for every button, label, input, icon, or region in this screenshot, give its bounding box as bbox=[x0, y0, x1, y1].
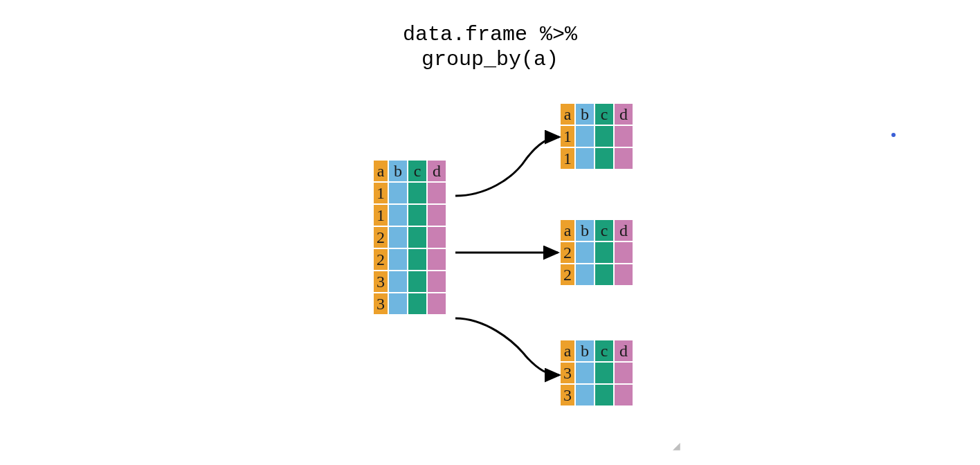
col-header-b: b bbox=[576, 104, 594, 125]
cell-d bbox=[615, 264, 633, 285]
table-row: 2 bbox=[561, 264, 633, 285]
cell-d bbox=[428, 205, 446, 226]
cell-c bbox=[408, 271, 426, 292]
cell-d bbox=[615, 148, 633, 169]
col-header-c: c bbox=[595, 340, 613, 361]
cell-a: 2 bbox=[561, 264, 574, 285]
table-row: 1 bbox=[561, 126, 633, 147]
cell-d bbox=[428, 183, 446, 203]
col-header-a: a bbox=[561, 340, 574, 361]
table-header-row: a b c d bbox=[561, 340, 633, 361]
code-line-1: data.frame %>% bbox=[0, 22, 980, 47]
col-header-b: b bbox=[389, 161, 407, 181]
col-header-c: c bbox=[595, 220, 613, 241]
table-row: 2 bbox=[374, 227, 446, 248]
cell-b bbox=[576, 242, 594, 263]
cell-b bbox=[576, 385, 594, 405]
table-row: 1 bbox=[374, 183, 446, 203]
cell-b bbox=[389, 249, 407, 270]
cell-c bbox=[595, 363, 613, 383]
cell-b bbox=[576, 264, 594, 285]
cell-c bbox=[595, 242, 613, 263]
group-table-2: a b c d 2 2 bbox=[559, 219, 634, 286]
col-header-c: c bbox=[595, 104, 613, 125]
col-header-a: a bbox=[374, 161, 388, 181]
col-header-a: a bbox=[561, 220, 574, 241]
cell-d bbox=[615, 385, 633, 405]
col-header-d: d bbox=[615, 340, 633, 361]
arrow-to-group-3 bbox=[455, 318, 559, 375]
cell-d bbox=[428, 227, 446, 248]
cell-c bbox=[595, 126, 613, 147]
cell-a: 3 bbox=[561, 385, 574, 405]
cell-a: 3 bbox=[374, 293, 388, 314]
cell-d bbox=[615, 363, 633, 383]
cell-a: 1 bbox=[374, 205, 388, 226]
cell-a: 3 bbox=[374, 271, 388, 292]
cell-c bbox=[408, 205, 426, 226]
cell-a: 1 bbox=[561, 126, 574, 147]
code-line-2: group_by(a) bbox=[0, 47, 980, 72]
cell-d bbox=[615, 242, 633, 263]
cell-c bbox=[595, 385, 613, 405]
cell-c bbox=[595, 264, 613, 285]
col-header-b: b bbox=[576, 220, 594, 241]
col-header-c: c bbox=[408, 161, 426, 181]
cell-c bbox=[408, 249, 426, 270]
table-header-row: a b c d bbox=[561, 104, 633, 125]
group-table-3: a b c d 3 3 bbox=[559, 339, 634, 407]
cell-a: 1 bbox=[561, 148, 574, 169]
diagram-stage: data.frame %>% group_by(a) a b c d 1 1 2 bbox=[0, 0, 980, 465]
cell-b bbox=[576, 126, 594, 147]
table-row: 1 bbox=[561, 148, 633, 169]
table-header-row: a b c d bbox=[374, 161, 446, 181]
col-header-a: a bbox=[561, 104, 574, 125]
table-row: 1 bbox=[374, 205, 446, 226]
cell-b bbox=[576, 363, 594, 383]
table-row: 2 bbox=[374, 249, 446, 270]
cell-a: 2 bbox=[561, 242, 574, 263]
table-row: 3 bbox=[561, 363, 633, 383]
table-row: 2 bbox=[561, 242, 633, 263]
cell-c bbox=[595, 148, 613, 169]
col-header-d: d bbox=[615, 220, 633, 241]
cell-a: 2 bbox=[374, 227, 388, 248]
cell-d bbox=[428, 249, 446, 270]
cell-a: 1 bbox=[374, 183, 388, 203]
cell-b bbox=[389, 293, 407, 314]
cell-c bbox=[408, 293, 426, 314]
source-table: a b c d 1 1 2 2 3 bbox=[372, 159, 447, 316]
decorative-dot bbox=[891, 133, 896, 137]
resize-grip-icon: ◢ bbox=[673, 440, 680, 452]
cell-d bbox=[428, 271, 446, 292]
cell-a: 2 bbox=[374, 249, 388, 270]
cell-b bbox=[389, 205, 407, 226]
table-row: 3 bbox=[374, 293, 446, 314]
table-row: 3 bbox=[374, 271, 446, 292]
group-table-1: a b c d 1 1 bbox=[559, 102, 634, 170]
cell-c bbox=[408, 227, 426, 248]
cell-b bbox=[389, 227, 407, 248]
cell-a: 3 bbox=[561, 363, 574, 383]
cell-b bbox=[576, 148, 594, 169]
cell-d bbox=[428, 293, 446, 314]
table-header-row: a b c d bbox=[561, 220, 633, 241]
table-row: 3 bbox=[561, 385, 633, 405]
cell-b bbox=[389, 271, 407, 292]
cell-d bbox=[615, 126, 633, 147]
col-header-b: b bbox=[576, 340, 594, 361]
arrow-to-group-1 bbox=[455, 137, 559, 196]
cell-c bbox=[408, 183, 426, 203]
cell-b bbox=[389, 183, 407, 203]
col-header-d: d bbox=[615, 104, 633, 125]
col-header-d: d bbox=[428, 161, 446, 181]
